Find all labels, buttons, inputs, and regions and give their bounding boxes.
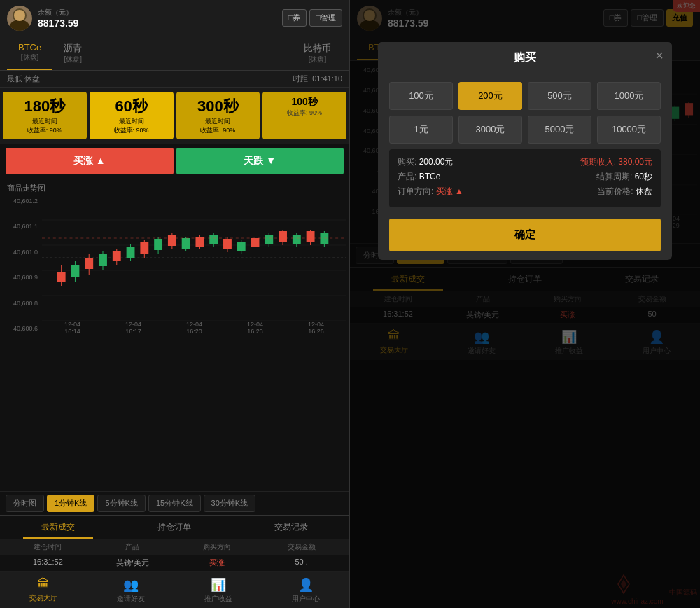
modal-overlay: 购买 × 100元 200元 500元 1000元 1元 3000元 5000元… — [350, 0, 700, 608]
amount-1000[interactable]: 1000元 — [597, 82, 661, 110]
left-tab-history[interactable]: 交易记录 — [233, 516, 349, 539]
left-nav-user-label: 用户中心 — [292, 594, 320, 604]
svg-rect-21 — [127, 247, 135, 258]
left-nav-promote[interactable]: 📊 推广收益 — [175, 572, 262, 608]
left-cd-300[interactable]: 300秒 最近时间 收益率: 90% — [176, 92, 260, 139]
left-balance-label: 余额（元） — [38, 8, 282, 18]
left-cd-300-label: 最近时间 — [179, 117, 258, 126]
left-tabs: BTCe [休盘] 沥青 [休盘] 比特币 [休盘] — [0, 36, 349, 71]
left-chart-canvas: 40,601.2 40,601.1 40,601.0 40,600.9 40,6… — [3, 195, 346, 335]
left-tab-pitch[interactable]: 沥青 [休盘] — [52, 36, 93, 70]
left-y-2: 40,601.1 — [4, 223, 41, 230]
amount-3000[interactable]: 3000元 — [458, 116, 522, 144]
left-buy-fall-btn[interactable]: 天跌 ▼ — [176, 148, 344, 174]
modal-body: 100元 200元 500元 1000元 1元 3000元 5000元 1000… — [378, 74, 672, 260]
left-tab-btce-label: BTCe — [18, 42, 41, 53]
left-user-info: 余额（元） 88173.59 — [38, 8, 282, 29]
left-buy-btns: 买涨 ▲ 购买 天跌 ▼ — [0, 144, 349, 179]
purchase-summary: 购买: 200.00元 预期收入: 380.00元 — [398, 156, 652, 168]
direction-info: 订单方向: 买涨 ▲ 当前价格: 休盘 — [398, 186, 652, 198]
product-label: 产品: BTCe — [398, 171, 440, 183]
left-cd-60-rate: 收益率: 90% — [92, 126, 171, 135]
left-tab-btce-sub: [休盘] — [18, 53, 41, 62]
left-nav-invite[interactable]: 👥 邀请好友 — [88, 572, 175, 608]
income-label: 预期收入: 380.00元 — [580, 156, 652, 168]
left-cd-0[interactable]: 100秒 收益率: 90% — [262, 92, 346, 139]
left-y-6: 40,600.6 — [4, 325, 41, 332]
left-nav-user[interactable]: 👤 用户中心 — [262, 572, 349, 608]
left-nav-invite-icon: 👥 — [123, 577, 139, 593]
right-panel: 余额（元） 88173.59 □券 □管理 充值 欢迎您 BTCe 沥青 装金 … — [350, 0, 700, 608]
duration-label: 结算周期: 60秒 — [596, 171, 652, 183]
svg-point-1 — [10, 20, 29, 31]
svg-point-2 — [14, 10, 25, 21]
left-tf-5min[interactable]: 5分钟K线 — [97, 495, 145, 512]
left-x-labels: 12-0416:14 12-0416:17 12-0416:20 12-0416… — [42, 321, 346, 335]
left-voucher-btn[interactable]: □券 — [282, 9, 307, 27]
amount-grid: 100元 200元 500元 1000元 1元 3000元 5000元 1000… — [389, 82, 661, 144]
left-tab-bitcoin-label: 比特币 — [304, 42, 331, 55]
left-nav-promote-icon: 📊 — [211, 577, 226, 593]
left-cd-60-label: 最近时间 — [92, 117, 171, 126]
left-header: 余额（元） 88173.59 □券 □管理 — [0, 0, 349, 36]
left-time-display: 时距: 01:41:10 — [293, 74, 342, 84]
svg-rect-37 — [237, 242, 246, 251]
modal-confirm-btn[interactable]: 确定 — [389, 219, 661, 251]
svg-rect-39 — [251, 238, 260, 247]
left-chart-main — [42, 195, 346, 321]
left-countdown-area: 180秒 最近时间 收益率: 90% 60秒 最近时间 收益率: 90% 300… — [0, 88, 349, 144]
left-cd-180[interactable]: 180秒 最近时间 收益率: 90% — [3, 92, 87, 139]
left-x-5: 12-0416:26 — [308, 321, 324, 335]
left-tab-bitcoin[interactable]: 比特币 [休盘] — [293, 36, 342, 70]
modal-title: 购买 — [514, 50, 536, 65]
left-tf-minute[interactable]: 分时图 — [6, 495, 44, 512]
left-tab-pitch-sub: [休盘] — [64, 55, 82, 64]
left-buy-rise-btn[interactable]: 买涨 ▲ — [6, 148, 174, 174]
left-tf-15min[interactable]: 15分钟K线 — [148, 495, 201, 512]
left-tab-pitch-label: 沥青 — [64, 42, 82, 55]
amount-100[interactable]: 100元 — [389, 82, 453, 110]
left-order-amount: 50 . — [259, 558, 344, 568]
left-timeframe-btns: 分时图 1分钟K线 5分钟K线 15分钟K线 30分钟K线 — [0, 491, 349, 515]
left-manage-btn[interactable]: □管理 — [309, 9, 342, 27]
price-label: 当前价格: 休盘 — [597, 186, 652, 198]
left-nav-user-icon: 👤 — [298, 577, 314, 593]
left-tf-30min[interactable]: 30分钟K线 — [204, 495, 256, 512]
left-tab-latest[interactable]: 最新成交 — [0, 516, 116, 539]
left-y-labels: 40,601.2 40,601.1 40,601.0 40,600.9 40,6… — [3, 195, 42, 335]
left-chart-title: 商品走势图 — [3, 181, 346, 195]
purchase-modal: 购买 × 100元 200元 500元 1000元 1元 3000元 5000元… — [378, 42, 672, 260]
left-cd-60[interactable]: 60秒 最近时间 收益率: 90% — [90, 92, 174, 139]
left-cd-180-label: 最近时间 — [6, 117, 84, 126]
left-tab-bitcoin-sub: [休盘] — [304, 55, 331, 64]
left-nav-hall-icon: 🏛 — [37, 577, 50, 592]
left-tab-btce[interactable]: BTCe [休盘] — [7, 36, 52, 70]
left-cd-180-rate: 收益率: 90% — [6, 126, 84, 135]
svg-rect-29 — [182, 238, 190, 249]
left-x-4: 12-0416:23 — [247, 321, 263, 335]
left-x-1: 12-0416:14 — [64, 321, 80, 335]
amount-5000[interactable]: 5000元 — [528, 116, 592, 144]
left-avatar — [7, 6, 32, 31]
left-nav-hall[interactable]: 🏛 交易大厅 — [0, 572, 88, 608]
modal-close-btn[interactable]: × — [655, 48, 664, 64]
amount-10000[interactable]: 10000元 — [597, 116, 661, 144]
left-tab-holding[interactable]: 持仓订单 — [116, 516, 232, 539]
svg-rect-11 — [57, 272, 66, 282]
modal-header: 购买 × — [378, 42, 672, 74]
left-cd-300-time: 300秒 — [179, 96, 258, 117]
left-tf-1min[interactable]: 1分钟K线 — [47, 495, 94, 512]
svg-rect-45 — [293, 235, 301, 244]
left-cd-0-time: 100秒 — [265, 96, 344, 109]
amount-1[interactable]: 1元 — [389, 116, 453, 144]
left-cd-300-rate: 收益率: 90% — [179, 126, 258, 135]
left-col-product: 产品 — [90, 542, 175, 552]
left-x-3: 12-0416:20 — [186, 321, 202, 335]
left-col-time: 建仓时间 — [6, 542, 90, 552]
amount-200[interactable]: 200元 — [458, 82, 522, 110]
left-orders-header: 建仓时间 产品 购买方向 交易金额 — [0, 539, 349, 555]
left-order-time: 16:31:52 — [6, 558, 90, 568]
left-price-bar: 最低 休盘 时距: 01:41:10 — [0, 71, 349, 88]
amount-500[interactable]: 500元 — [528, 82, 592, 110]
svg-rect-43 — [279, 231, 287, 242]
